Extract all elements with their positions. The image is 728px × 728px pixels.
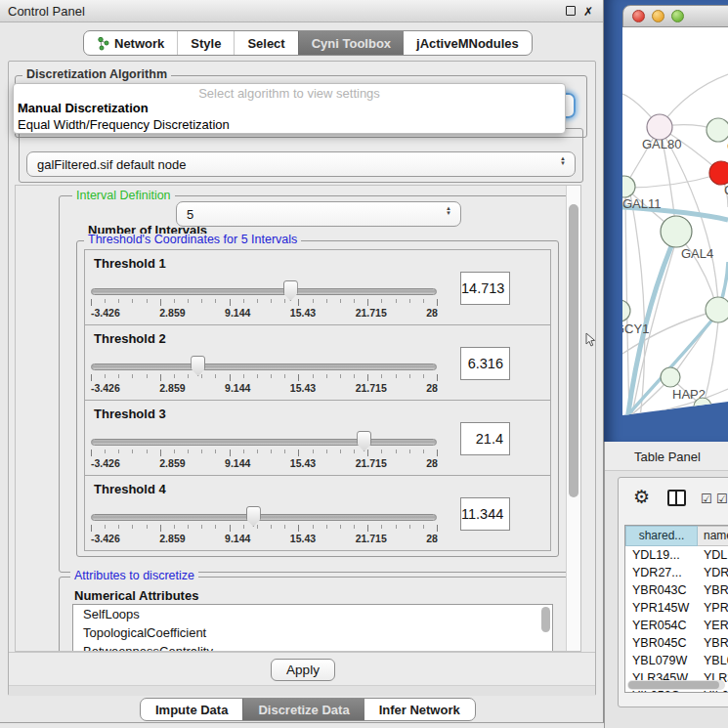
cell-shared-name[interactable]: YPR145W xyxy=(625,599,698,617)
slider-thumb[interactable] xyxy=(246,506,261,527)
table-data-combobox[interactable]: galFiltered.sif default node ▲▼ xyxy=(26,151,576,177)
cell-name[interactable]: YDL1 xyxy=(698,546,728,564)
slider-scale-labels: -3.4262.8599.14415.4321.71528 xyxy=(91,457,438,469)
cell-shared-name[interactable]: YBR043C xyxy=(625,581,698,599)
slider-thumb[interactable] xyxy=(357,431,371,451)
cell-name[interactable]: YDR2 xyxy=(698,564,728,581)
list-scrollbar-thumb[interactable] xyxy=(541,607,550,632)
cell-shared-name[interactable]: YBL079W xyxy=(625,652,698,669)
table-row[interactable]: YBR045CYBR0 xyxy=(625,634,728,652)
tab-cyni-toolbox[interactable]: Cyni Toolbox xyxy=(298,31,404,55)
combo-arrows-icon: ▲▼ xyxy=(560,156,566,166)
scale-tick-label: 21.715 xyxy=(356,382,387,394)
close-icon[interactable]: ✗ xyxy=(583,6,593,18)
popup-option-equal-width-frequency[interactable]: Equal Width/Frequency Discretization xyxy=(18,117,230,132)
table-row[interactable]: YBR043CYBR0 xyxy=(625,581,728,599)
cell-name[interactable]: YBR0 xyxy=(698,581,728,599)
network-node-gcy1[interactable] xyxy=(622,300,630,321)
cell-shared-name[interactable]: YBR045C xyxy=(625,634,698,652)
network-node[interactable] xyxy=(694,398,711,415)
checkbox-icon[interactable]: ☑ xyxy=(716,492,728,506)
cell-shared-name[interactable]: YDR27... xyxy=(625,564,698,581)
threshold-panel: Threshold 3 -3.4262.8599.14415.4321.7152… xyxy=(84,400,551,476)
window-title: Control Panel xyxy=(8,4,85,19)
close-traffic-light[interactable] xyxy=(632,10,645,22)
popup-option-manual-discretization[interactable]: Manual Discretization xyxy=(18,101,149,115)
slider-track[interactable] xyxy=(91,514,437,521)
number-of-intervals-spinner[interactable]: 5 ▲▼ xyxy=(176,201,461,227)
scale-tick-label: -3.426 xyxy=(91,533,120,544)
slider-track[interactable] xyxy=(91,288,437,295)
threshold-label: Threshold 3 xyxy=(94,407,166,421)
panel-bottom-inset xyxy=(9,685,595,696)
cyni-content-panel: Discretization Algorithm ▲▼ Table Data g… xyxy=(8,61,596,696)
threshold-value-field[interactable]: 11.344 xyxy=(460,497,510,531)
threshold-value-field[interactable]: 6.316 xyxy=(460,347,510,380)
slider-ticks xyxy=(91,450,438,456)
cell-shared-name[interactable]: YDL19... xyxy=(625,546,698,564)
checkbox-icon[interactable]: ☑ xyxy=(701,492,712,506)
attribute-list-item[interactable]: SelfLoops xyxy=(73,605,552,623)
tab-discretize-data[interactable]: Discretize Data xyxy=(242,699,364,720)
tab-impute-data[interactable]: Impute Data xyxy=(141,699,242,720)
table-data-combobox-value: galFiltered.sif default node xyxy=(37,157,186,172)
cell-name[interactable]: YBL0 xyxy=(698,652,728,669)
scale-tick-label: 2.859 xyxy=(159,457,185,469)
tab-jactivemnodules[interactable]: jActiveMNodules xyxy=(404,31,532,55)
zoom-traffic-light[interactable] xyxy=(671,10,684,22)
cell-name[interactable]: YER0 xyxy=(698,617,728,634)
network-node-ga[interactable] xyxy=(707,118,728,142)
network-node-gal4[interactable] xyxy=(661,216,692,247)
tab-style[interactable]: Style xyxy=(177,31,234,55)
split-view-icon[interactable] xyxy=(667,490,686,506)
main-scrollbar-thumb[interactable] xyxy=(569,204,578,497)
threshold-value-field[interactable]: 21.4 xyxy=(460,422,510,455)
network-graph: GAL80GACGAL11GAL4GCY1HHAP2 xyxy=(622,27,728,415)
float-panel-icon[interactable] xyxy=(566,6,576,16)
cell-name[interactable]: YBR0 xyxy=(698,634,728,652)
discretization-algorithm-group-title: Discretization Algorithm xyxy=(22,68,171,81)
table-row[interactable]: YPR145WYPR1 xyxy=(625,599,728,617)
attribute-list-item[interactable]: TopologicalCoefficient xyxy=(73,623,552,642)
mouse-cursor xyxy=(585,332,596,347)
h-scrollbar-thumb[interactable] xyxy=(628,681,719,689)
cell-shared-name[interactable]: YER054C xyxy=(625,617,698,634)
threshold-panel: Threshold 1 -3.4262.8599.14415.4321.7152… xyxy=(84,249,551,325)
apply-strip: Apply xyxy=(9,652,595,685)
attribute-list-item[interactable]: BetweennessCentrality xyxy=(73,642,552,652)
scale-tick-label: 2.859 xyxy=(159,533,185,544)
network-canvas[interactable]: GAL80GACGAL11GAL4GCY1HHAP2 xyxy=(622,27,728,415)
table-row[interactable]: YDL19...YDL1 xyxy=(625,546,728,564)
tab-infer-network[interactable]: Infer Network xyxy=(364,699,475,720)
table-row[interactable]: YDR27...YDR2 xyxy=(625,564,728,581)
tab-select[interactable]: Select xyxy=(234,31,297,55)
main-vertical-scrollbar[interactable] xyxy=(566,186,580,651)
scale-tick-label: 9.144 xyxy=(225,307,250,319)
network-node-h[interactable] xyxy=(706,297,728,322)
slider-track[interactable] xyxy=(91,439,437,446)
gear-icon[interactable]: ⚙ xyxy=(633,488,650,506)
cell-name[interactable]: YPR1 xyxy=(698,599,728,617)
numerical-attributes-list[interactable]: SelfLoopsTopologicalCoefficientBetweenne… xyxy=(72,604,553,652)
slider-thumb[interactable] xyxy=(283,280,298,301)
network-window-titlebar[interactable] xyxy=(622,5,728,27)
threshold-panel: Threshold 4 -3.4262.8599.14415.4321.7152… xyxy=(84,475,551,551)
apply-button[interactable]: Apply xyxy=(271,659,335,681)
network-node-hap2[interactable] xyxy=(661,367,680,387)
column-header-name[interactable]: name xyxy=(698,526,728,546)
table-horizontal-scrollbar[interactable] xyxy=(627,680,725,690)
scale-tick-label: -3.426 xyxy=(91,457,120,469)
tab-network[interactable]: Network xyxy=(84,31,177,55)
slider-track[interactable] xyxy=(91,364,437,370)
table-row[interactable]: YER054CYER0 xyxy=(625,617,728,634)
node-label: GCY1 xyxy=(622,321,649,336)
control-panel-window: Control Panel ✗ Network Style Select Cyn… xyxy=(0,0,604,723)
slider-thumb[interactable] xyxy=(191,356,205,376)
column-header-shared-name[interactable]: shared... xyxy=(625,526,698,546)
minimize-traffic-light[interactable] xyxy=(652,10,664,22)
threshold-value-field[interactable]: 14.713 xyxy=(460,272,510,305)
network-node-c[interactable] xyxy=(709,161,728,185)
screen: Control Panel ✗ Network Style Select Cyn… xyxy=(0,0,728,728)
table-row[interactable]: YBL079WYBL0 xyxy=(625,652,728,669)
number-of-intervals-value: 5 xyxy=(187,207,193,222)
